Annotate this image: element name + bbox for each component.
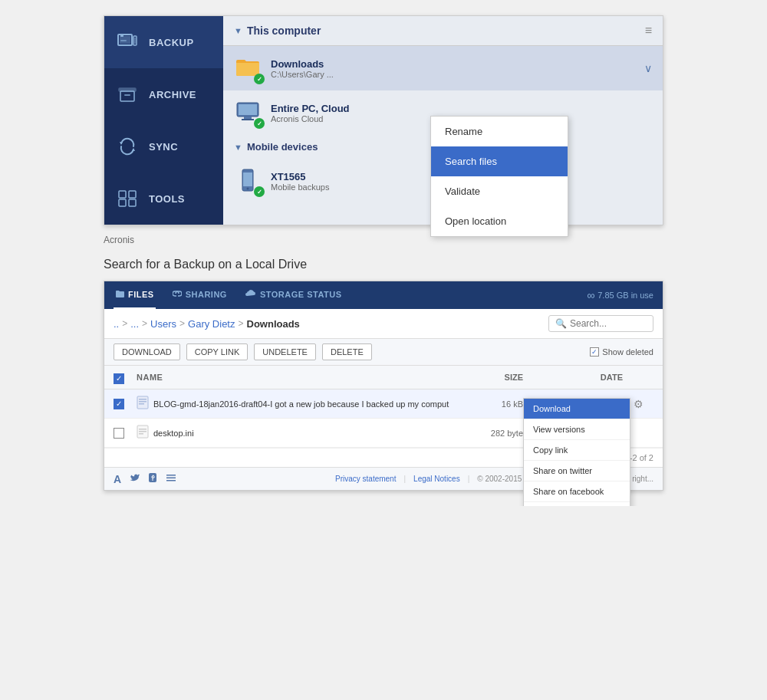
svg-rect-11 bbox=[119, 191, 126, 198]
menu-footer-icon[interactable] bbox=[166, 472, 176, 485]
archive-icon bbox=[115, 82, 140, 107]
breadcrumb-bar: .. > ... > Users > Gary Dietz > Download… bbox=[104, 309, 663, 339]
select-all-checkbox[interactable]: ✓ bbox=[114, 373, 124, 384]
show-deleted-label: Show deleted bbox=[602, 347, 653, 357]
col-header-size: SIZE bbox=[462, 373, 523, 382]
ctx-download[interactable]: Download bbox=[524, 399, 630, 419]
twitter-icon[interactable] bbox=[129, 472, 140, 485]
backup-item-info-downloads: Downloads C:\Users\Gary ... bbox=[271, 58, 637, 79]
tab-sharing[interactable]: SHARING bbox=[171, 281, 229, 309]
sidebar-item-sync[interactable]: SYNC bbox=[104, 120, 223, 173]
tab-bar: FILES SHARING STORAGE STATUS ∞ 7.85 GB i… bbox=[104, 281, 663, 309]
backup-icon bbox=[115, 30, 140, 54]
sidebar-item-backup[interactable]: BACKUP bbox=[104, 16, 223, 68]
panel-header-menu[interactable]: ≡ bbox=[645, 24, 652, 38]
svg-rect-25 bbox=[139, 403, 144, 405]
ctx-delete[interactable]: Delete bbox=[524, 502, 630, 507]
context-menu: Rename Search files Validate Open locati… bbox=[430, 116, 568, 237]
svg-rect-7 bbox=[120, 91, 134, 101]
breadcrumb-gary[interactable]: Gary Dietz bbox=[188, 318, 235, 330]
chevron-down-icon: ∨ bbox=[644, 62, 652, 74]
monitor-icon-wrap: ✓ bbox=[234, 98, 263, 127]
breadcrumb-users[interactable]: Users bbox=[150, 318, 176, 330]
breadcrumb-parent[interactable]: .. bbox=[114, 318, 119, 330]
undelete-button[interactable]: UNDELETE bbox=[254, 343, 316, 360]
row2-filename: desktop.ini bbox=[153, 429, 194, 438]
txt-icon bbox=[137, 425, 149, 441]
section-label: Search for a Backup on a Local Drive bbox=[104, 258, 663, 271]
col-header-date: DATE bbox=[523, 373, 623, 382]
context-menu-item-search-files[interactable]: Search files bbox=[431, 146, 568, 176]
svg-rect-33 bbox=[166, 480, 176, 481]
svg-rect-12 bbox=[119, 199, 126, 206]
row2-size: 282 byte bbox=[462, 429, 523, 438]
a-icon[interactable]: A bbox=[114, 473, 121, 485]
svg-rect-23 bbox=[139, 399, 146, 400]
svg-rect-2 bbox=[120, 35, 123, 37]
tools-icon bbox=[115, 186, 140, 211]
svg-marker-10 bbox=[132, 148, 135, 151]
svg-marker-9 bbox=[120, 142, 123, 145]
context-menu-item-validate[interactable]: Validate bbox=[431, 176, 568, 206]
sidebar-item-tools[interactable]: TOOLS bbox=[104, 173, 223, 225]
svg-rect-20 bbox=[243, 173, 252, 186]
svg-rect-22 bbox=[137, 396, 148, 409]
copy-link-button[interactable]: COPY LINK bbox=[186, 343, 249, 360]
storage-text: 7.85 GB in use bbox=[597, 291, 653, 300]
ctx-view-versions[interactable]: View versions bbox=[524, 419, 630, 440]
breadcrumb-sep-1: > bbox=[122, 318, 127, 329]
tab-files[interactable]: FILES bbox=[114, 281, 156, 309]
ctx-copy-link[interactable]: Copy link bbox=[524, 440, 630, 461]
row1-name-cell: BLOG-gmd-18jan2016-draft04-I got a new j… bbox=[137, 396, 462, 412]
sync-icon bbox=[115, 134, 140, 159]
folder-icon-wrap: ✓ bbox=[234, 54, 263, 83]
panel-header-arrow: ▼ bbox=[234, 26, 242, 35]
ctx-share-twitter[interactable]: Share on twitter bbox=[524, 461, 630, 481]
sidebar-item-archive[interactable]: ARCHIVE bbox=[104, 68, 223, 120]
link-tab-icon bbox=[173, 289, 182, 301]
table-row[interactable]: ✓ BLOG-gmd-18jan2016-draft04-I got a new… bbox=[104, 389, 663, 419]
context-menu-item-open-location[interactable]: Open location bbox=[431, 206, 568, 236]
svg-point-21 bbox=[247, 188, 249, 190]
search-box: 🔍 bbox=[548, 315, 653, 332]
svg-rect-8 bbox=[124, 94, 130, 96]
section-header-arrow: ▼ bbox=[234, 143, 242, 152]
backup-item-downloads[interactable]: ✓ Downloads C:\Users\Gary ... ∨ bbox=[223, 46, 663, 90]
bottom-screenshot: FILES SHARING STORAGE STATUS ∞ 7.85 GB i… bbox=[104, 281, 663, 491]
main-panel: ▼ This computer ≡ ✓ Downloads C:\Users\G… bbox=[223, 16, 663, 225]
breadcrumb-sep-4: > bbox=[238, 318, 243, 329]
folder-tab-icon bbox=[115, 289, 124, 301]
row1-checkbox[interactable]: ✓ bbox=[114, 399, 124, 409]
sidebar-archive-label: ARCHIVE bbox=[149, 89, 196, 100]
file-table: ✓ NAME SIZE DATE ✓ BLOG bbox=[104, 366, 663, 467]
svg-rect-24 bbox=[139, 401, 146, 403]
facebook-icon[interactable] bbox=[147, 472, 158, 485]
footer-sep-1: | bbox=[403, 475, 406, 483]
search-input[interactable] bbox=[570, 318, 647, 329]
gear-icon[interactable]: ⚙ bbox=[634, 398, 644, 410]
row1-action: ⚙ Download View versions Copy link Share… bbox=[623, 398, 653, 410]
svg-rect-13 bbox=[129, 191, 136, 198]
breadcrumb-ellipsis[interactable]: ... bbox=[130, 318, 139, 330]
ctx-share-facebook[interactable]: Share on facebook bbox=[524, 481, 630, 502]
delete-button[interactable]: DELETE bbox=[322, 343, 372, 360]
legal-link[interactable]: Legal Notices bbox=[413, 475, 460, 483]
top-caption: Acronis bbox=[104, 232, 663, 245]
svg-rect-5 bbox=[134, 38, 136, 44]
footer-sep-2: | bbox=[468, 475, 470, 483]
row2-checkbox[interactable] bbox=[114, 428, 124, 439]
privacy-link[interactable]: Privacy statement bbox=[335, 475, 396, 483]
download-button[interactable]: DOWNLOAD bbox=[114, 343, 180, 360]
context-menu-item-rename[interactable]: Rename bbox=[431, 117, 568, 146]
tab-storage[interactable]: STORAGE STATUS bbox=[244, 281, 344, 309]
show-deleted-checkbox[interactable]: ✓ bbox=[590, 347, 599, 357]
tab-sharing-label: SHARING bbox=[186, 290, 227, 299]
svg-rect-27 bbox=[139, 429, 146, 430]
row1-size: 16 kB bbox=[462, 399, 523, 409]
storage-info: ∞ 7.85 GB in use bbox=[587, 289, 653, 301]
tab-files-label: FILES bbox=[128, 290, 154, 299]
breadcrumb-sep-3: > bbox=[179, 318, 185, 329]
svg-rect-28 bbox=[139, 431, 146, 432]
check-icon-entire-pc: ✓ bbox=[254, 118, 265, 129]
backup-item-sub-downloads: C:\Users\Gary ... bbox=[271, 70, 637, 79]
